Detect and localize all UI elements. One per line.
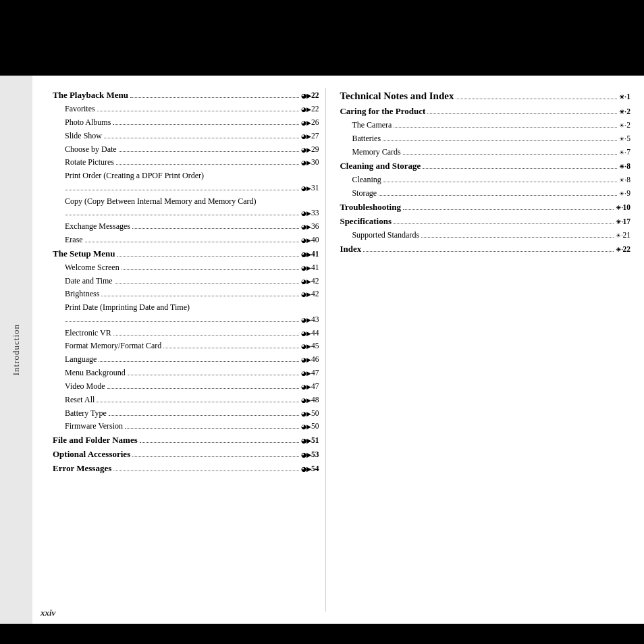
toc-dots [132,228,299,229]
toc-label: Caring for the Product [340,105,425,118]
toc-entry-photo-albums: Photo Albums◕▶26 [53,116,319,129]
toc-dots [97,402,299,402]
toc-entry-battery-type: Battery Type◕▶50 [53,407,319,420]
toc-page: ☀‧9 [619,188,630,200]
toc-label-multiline: Print Date (Imprinting Date and Time) [65,301,319,314]
toc-dots [99,361,299,362]
toc-entry-brightness: Brightness◕▶42 [53,288,319,300]
toc-dots [403,154,618,155]
sidebar: Introduction [0,76,32,624]
toc-entry-cleaning: Cleaning☀‧8 [340,173,630,186]
toc-dots [132,456,299,457]
toc-label: Cleaning and Storage [340,159,421,173]
toc-page: ◕▶30 [301,157,319,169]
toc-entry-copy: Copy (Copy Between Internal Memory and M… [53,195,319,219]
toc-page: ☀‧1 [619,91,630,103]
toc-dots [363,251,613,252]
toc-label: Index [340,242,361,256]
toc-label: The Camera [352,119,392,132]
toc-page: ◕▶31 [301,182,319,194]
toc-entry-erase: Erase◕▶40 [53,234,319,246]
toc-page: ◕▶29 [301,144,319,156]
toc-label: Memory Cards [352,146,400,159]
toc-label: Exchange Messages [65,220,130,233]
toc-page: ◕▶48 [301,394,319,406]
toc-dots [113,471,299,471]
toc-label: Battery Type [65,407,107,420]
toc-dots [125,428,299,429]
toc-page: ☀‧8 [619,174,630,186]
toc-entry-playback-menu: The Playback Menu◕▶22 [53,88,319,102]
toc-label: Favorites [65,103,95,115]
toc-dots [104,138,299,138]
toc-label: Photo Albums [65,116,111,129]
toc-dots [107,388,299,389]
toc-dots [97,111,299,111]
toc-label: Menu Background [65,367,126,379]
toc-entry-cleaning-storage: Cleaning and Storage☀‧8 [340,159,630,173]
toc-label: Batteries [352,132,381,145]
toc-label: Language [65,353,97,366]
toc-entry-electronic-vr: Electronic VR◕▶44 [53,327,319,340]
toc-page: ◕▶41 [301,248,319,261]
toc-entry-rotate-pictures: Rotate Pictures◕▶30 [53,156,319,169]
toc-dots [109,415,299,416]
toc-page: ☀‧22 [616,244,631,256]
toc-entry-menu-background: Menu Background◕▶47 [53,367,319,379]
right-column: Technical Notes and Index☀‧1Caring for t… [326,76,644,624]
toc-label: Brightness [65,288,99,300]
toc-entry-memory-cards: Memory Cards☀‧7 [340,146,630,159]
toc-label: Choose by Date [65,143,117,156]
toc-label: Erase [65,234,83,246]
toc-page: ◕▶54 [301,463,319,475]
toc-entry-welcome-screen: Welcome Screen◕▶41 [53,261,319,274]
toc-entry-print-order: Print Order (Creating a DPOF Print Order… [53,169,319,194]
toc-dots [383,182,618,182]
toc-entry-technical-notes: Technical Notes and Index☀‧1 [340,88,630,104]
toc-entry-video-mode: Video Mode◕▶47 [53,380,319,393]
toc-label: Troubleshooting [340,200,401,214]
toc-entry-slide-show: Slide Show◕▶27 [53,130,319,142]
toc-label: Slide Show [65,130,102,142]
toc-label: Optional Accessories [53,448,130,461]
toc-label: Format Memory/Format Card [65,340,161,352]
toc-page: ☀‧7 [619,146,630,159]
toc-label: Rotate Pictures [65,156,114,169]
toc-page: ◕▶50 [301,421,319,433]
toc-dots [113,335,299,336]
toc-dots [394,223,614,224]
toc-entry-choose-by-date: Choose by Date◕▶29 [53,143,319,156]
toc-page: ◕▶42 [301,275,319,288]
toc-label: Reset All [65,394,95,406]
toc-dots [117,256,298,257]
toc-page: ◕▶22 [301,103,319,115]
toc-entry-file-folder-names: File and Folder Names◕▶51 [53,433,319,447]
toc-dots [379,195,617,196]
toc-page: ◕▶40 [301,234,319,246]
toc-entry-supported-standards: Supported Standards☀‧21 [340,229,630,242]
toc-page: ◕▶41 [301,262,319,274]
toc-dots [421,237,613,238]
toc-entry-troubleshooting: Troubleshooting☀‧10 [340,200,630,214]
toc-label: Electronic VR [65,327,111,340]
toc-entry-error-messages: Error Messages◕▶54 [53,462,319,475]
toc-page: ◕▶42 [301,288,319,300]
toc-entry-batteries: Batteries☀‧5 [340,132,630,145]
toc-page: ◕▶50 [301,408,319,420]
toc-entry-storage: Storage☀‧9 [340,187,630,200]
toc-page: ◕▶26 [301,117,319,129]
toc-dots [427,113,617,114]
toc-dots [122,269,299,270]
toc-page: ☀‧8 [619,161,630,173]
toc-label: Specifications [340,215,392,228]
toc-label: File and Folder Names [53,433,138,447]
toc-label: Welcome Screen [65,261,119,274]
toc-entry-print-date: Print Date (Imprinting Date and Time)◕▶4… [53,301,319,325]
toc-entry-favorites: Favorites◕▶22 [53,103,319,115]
toc-label: Storage [352,187,377,200]
toc-dots [383,140,617,141]
toc-entry-language: Language◕▶46 [53,353,319,366]
toc-entry-specifications: Specifications☀‧17 [340,215,630,228]
toc-page: ◕▶53 [301,449,319,461]
toc-page: ☀‧2 [619,106,630,118]
